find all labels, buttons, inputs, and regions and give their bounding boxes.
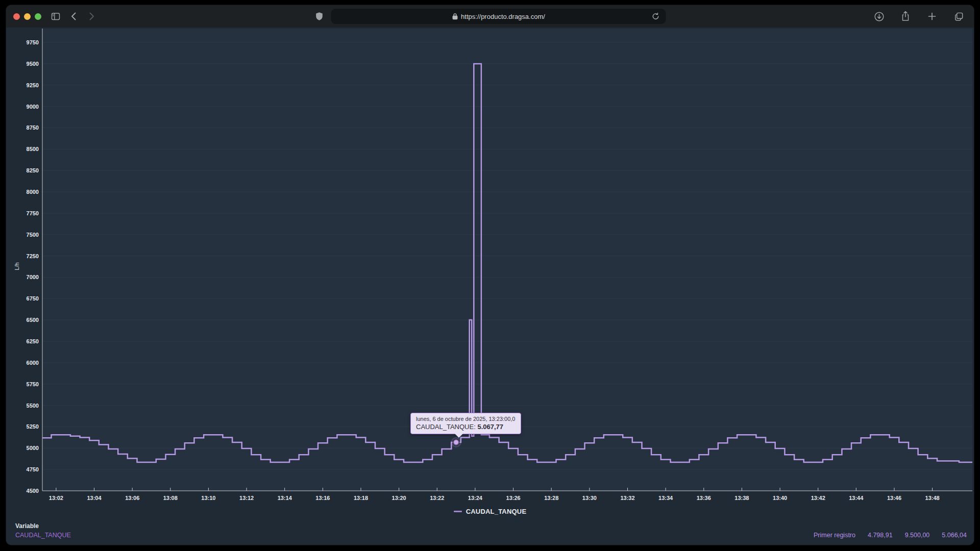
sidebar-toggle-icon[interactable]	[48, 9, 63, 23]
legend-line-swatch	[454, 511, 462, 512]
address-bar[interactable]: https://producto.dragsa.com/	[331, 9, 666, 24]
close-window-button[interactable]	[13, 13, 20, 20]
svg-text:13:20: 13:20	[392, 495, 406, 501]
tooltip-date: lunes, 6 de octubre de 2025, 13:23:00,0	[416, 416, 516, 422]
svg-text:13:16: 13:16	[315, 495, 330, 501]
svg-text:13:42: 13:42	[811, 495, 825, 501]
legend-label: CAUDAL_TANQUE	[466, 508, 527, 515]
svg-text:13:08: 13:08	[163, 495, 178, 501]
svg-text:5000: 5000	[27, 445, 39, 451]
chart-legend[interactable]: CAUDAL_TANQUE	[6, 508, 974, 515]
svg-text:5250: 5250	[27, 423, 39, 430]
footer-variable-name[interactable]: CAUDAL_TANQUE	[15, 531, 71, 540]
svg-text:8000: 8000	[27, 189, 39, 195]
shield-icon[interactable]	[314, 9, 325, 23]
svg-text:13:18: 13:18	[354, 495, 368, 501]
svg-text:13:10: 13:10	[201, 495, 215, 501]
svg-text:13:02: 13:02	[49, 495, 63, 501]
y-axis-labels: 4500475050005250550057506000625065006750…	[27, 39, 39, 494]
svg-text:5750: 5750	[27, 381, 39, 387]
tooltip-value-row: CAUDAL_TANQUE: 5.067,77	[416, 423, 516, 431]
forward-icon[interactable]	[84, 9, 99, 23]
svg-text:7500: 7500	[27, 232, 39, 238]
svg-text:9500: 9500	[27, 61, 39, 67]
lock-icon	[452, 13, 458, 20]
svg-text:13:48: 13:48	[925, 495, 940, 501]
browser-window: https://producto.dragsa.com/	[6, 5, 974, 545]
minimize-window-button[interactable]	[24, 13, 31, 20]
svg-text:4750: 4750	[27, 466, 39, 472]
svg-text:9000: 9000	[27, 104, 39, 110]
svg-text:8250: 8250	[27, 167, 39, 173]
svg-text:6500: 6500	[27, 317, 39, 323]
footer-stat-min: 4.798,91	[868, 532, 893, 539]
svg-text:13:04: 13:04	[87, 495, 102, 501]
svg-text:13:36: 13:36	[697, 495, 711, 501]
tooltip-series-label: CAUDAL_TANQUE:	[416, 423, 476, 431]
svg-text:6250: 6250	[27, 338, 39, 344]
svg-text:6000: 6000	[27, 360, 39, 366]
chart-tooltip: lunes, 6 de octubre de 2025, 13:23:00,0 …	[410, 413, 521, 434]
svg-text:9750: 9750	[27, 39, 39, 45]
svg-text:13:26: 13:26	[506, 495, 521, 501]
svg-text:13:14: 13:14	[278, 495, 292, 501]
svg-text:13:12: 13:12	[239, 495, 254, 501]
svg-text:13:32: 13:32	[620, 495, 634, 501]
nav-buttons	[67, 9, 99, 23]
svg-text:13:22: 13:22	[430, 495, 444, 501]
browser-toolbar: https://producto.dragsa.com/	[6, 5, 974, 28]
svg-text:13:28: 13:28	[544, 495, 558, 501]
back-icon[interactable]	[67, 9, 81, 23]
svg-text:13:44: 13:44	[849, 495, 864, 501]
svg-text:4500: 4500	[27, 488, 39, 494]
svg-text:13:40: 13:40	[773, 495, 787, 501]
page-content: 13:0213:0413:0613:0813:1013:1213:1413:16…	[6, 28, 974, 545]
url-text: https://producto.dragsa.com/	[461, 13, 545, 20]
address-area: https://producto.dragsa.com/	[314, 9, 666, 24]
footer-row-label: Primer registro	[814, 532, 855, 539]
svg-text:13:06: 13:06	[125, 495, 139, 501]
share-icon[interactable]	[898, 9, 913, 23]
svg-text:5500: 5500	[27, 403, 39, 409]
footer-stat-last: 5.066,04	[942, 532, 967, 539]
footer-variable-block: Variable CAUDAL_TANQUE	[15, 521, 71, 540]
svg-text:13:46: 13:46	[887, 495, 901, 501]
tooltip-arrow	[455, 434, 463, 438]
svg-text:7250: 7250	[27, 253, 39, 259]
timeseries-chart[interactable]: 13:0213:0413:0613:0813:1013:1213:1413:16…	[6, 28, 974, 545]
svg-text:13:30: 13:30	[582, 495, 597, 501]
footer-stats-row: Primer registro 4.798,91 9.500,00 5.066,…	[814, 532, 967, 539]
svg-text:13:38: 13:38	[734, 495, 749, 501]
svg-text:9250: 9250	[27, 82, 39, 88]
svg-text:6750: 6750	[27, 295, 39, 302]
tab-overview-icon[interactable]	[951, 9, 966, 23]
hover-point-marker	[451, 437, 461, 447]
footer-stat-max: 9.500,00	[905, 532, 930, 539]
svg-text:8500: 8500	[27, 146, 39, 152]
new-tab-icon[interactable]	[925, 9, 939, 23]
downloads-icon[interactable]	[872, 9, 886, 23]
maximize-window-button[interactable]	[35, 13, 41, 20]
svg-text:7000: 7000	[27, 274, 39, 280]
gridlines	[42, 42, 972, 469]
reload-icon[interactable]	[650, 10, 662, 22]
window-controls	[13, 13, 41, 20]
footer-variable-label: Variable	[15, 521, 71, 531]
svg-text:13:24: 13:24	[468, 495, 483, 501]
svg-text:7750: 7750	[27, 210, 39, 216]
svg-text:8750: 8750	[27, 124, 39, 131]
svg-text:13:34: 13:34	[658, 495, 673, 501]
y-axis-title: L/h	[14, 262, 20, 270]
toolbar-right	[872, 9, 966, 23]
tooltip-value: 5.067,77	[477, 423, 503, 431]
